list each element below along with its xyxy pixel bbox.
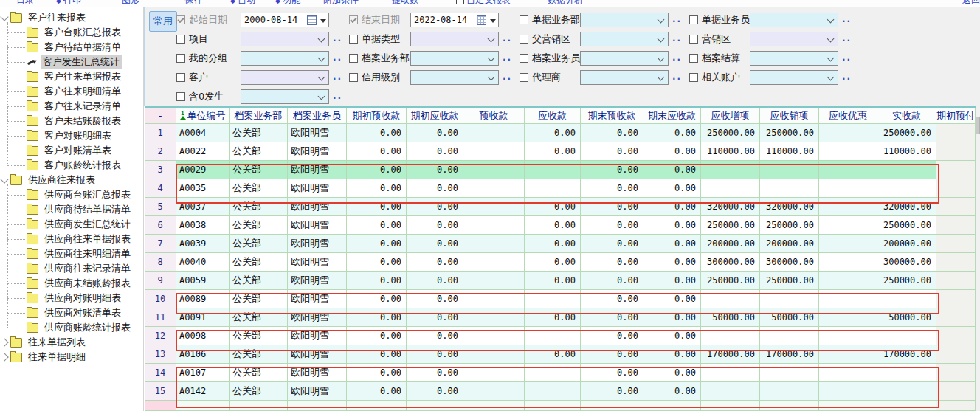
sidebar-item-6[interactable]: 客户往来记录清单 (24, 99, 123, 114)
table-cell[interactable]: 0.00 (407, 272, 463, 289)
table-cell[interactable]: 0.00 (347, 345, 407, 363)
table-cell[interactable]: 欧阳明雪 (288, 382, 347, 400)
chevron-collapsed-icon[interactable] (0, 353, 8, 361)
row-number-cell[interactable]: 8 (145, 253, 176, 271)
table-cell[interactable]: A0091 (176, 308, 230, 326)
table-cell[interactable]: 0.00 (643, 345, 701, 363)
sidebar-item-7[interactable]: 客户未结账龄报表 (24, 114, 123, 128)
table-cell[interactable]: 0.00 (581, 253, 643, 271)
filter-select-13[interactable] (410, 70, 499, 85)
table-cell[interactable] (936, 327, 976, 345)
table-cell[interactable] (936, 290, 976, 308)
table-cell[interactable]: 欧阳明雪 (288, 308, 347, 326)
table-cell[interactable] (760, 327, 819, 345)
filter-checkbox-7[interactable] (689, 35, 698, 44)
table-cell[interactable] (525, 327, 581, 345)
table-cell[interactable] (877, 179, 936, 197)
sidebar-item-23[interactable]: 往来单据明细 (1, 350, 88, 365)
table-cell[interactable]: 0.00 (643, 198, 701, 215)
table-cell[interactable]: 0.00 (407, 179, 463, 197)
table-row-15[interactable]: 15A0142公关部欧阳明雪0.000.000.000.00 (145, 382, 976, 401)
filter-checkbox-4[interactable] (176, 35, 185, 44)
table-cell[interactable]: 0.00 (347, 382, 407, 400)
table-cell[interactable]: 欧阳明雪 (288, 235, 347, 252)
table-cell[interactable]: 0.00 (347, 327, 407, 345)
scrollbar-thumb[interactable] (976, 117, 980, 134)
filter-checkbox-6[interactable] (520, 35, 528, 44)
table-row-9[interactable]: 9A0059公关部欧阳明雪0.000.000.000.000.00250000.… (145, 272, 976, 290)
table-cell[interactable]: 0.00 (347, 161, 407, 179)
table-cell[interactable] (463, 308, 525, 326)
table-cell[interactable]: 250000.00 (701, 216, 760, 234)
table-cell[interactable]: A0022 (176, 142, 230, 160)
column-header-5[interactable]: 期初应收款 (407, 108, 463, 123)
table-cell[interactable]: 200000.00 (760, 235, 819, 252)
sidebar-item-15[interactable]: 供应商往来单据报表 (24, 232, 133, 246)
table-cell[interactable] (463, 142, 525, 160)
filter-checkbox-14[interactable] (520, 73, 528, 82)
table-cell[interactable] (819, 382, 877, 400)
table-cell[interactable]: 欧阳明雪 (288, 253, 347, 271)
ellipsis-button-10[interactable]: .. (672, 52, 682, 63)
table-cell[interactable] (819, 345, 877, 363)
sidebar-item-2[interactable]: 客户待结单据清单 (24, 40, 123, 55)
filter-select-16[interactable] (241, 89, 329, 104)
table-cell[interactable]: 0.00 (643, 364, 701, 381)
table-cell[interactable]: A0089 (176, 290, 230, 308)
table-cell[interactable]: A0107 (176, 364, 230, 381)
table-row-13[interactable]: 13A0106公关部欧阳明雪0.000.000.000.000.00170000… (145, 345, 976, 364)
table-cell[interactable]: 0.00 (581, 142, 643, 160)
chevron-expanded-icon[interactable] (0, 13, 8, 21)
table-row-1[interactable]: 1A0004公关部欧阳明雪0.000.000.000.000.00250000.… (145, 124, 976, 142)
table-cell[interactable]: 0.00 (347, 124, 407, 142)
column-header-11[interactable]: 应收销项 (760, 108, 819, 123)
table-cell[interactable]: 0.00 (407, 161, 463, 179)
chevron-expanded-icon[interactable] (0, 175, 8, 183)
sidebar-item-21[interactable]: 供应商账龄统计报表 (24, 320, 133, 335)
table-cell[interactable] (819, 216, 877, 234)
table-cell[interactable]: 公关部 (230, 327, 288, 345)
filter-select-11[interactable] (750, 51, 838, 66)
table-cell[interactable] (760, 364, 819, 381)
table-cell[interactable] (936, 198, 976, 215)
table-cell[interactable] (936, 124, 976, 142)
filter-select-6[interactable] (580, 32, 669, 46)
table-cell[interactable]: A0098 (176, 327, 230, 345)
row-number-cell[interactable]: 1 (145, 124, 176, 142)
table-cell[interactable]: 0.00 (347, 290, 407, 308)
table-cell[interactable]: 欧阳明雪 (288, 290, 347, 308)
column-header-6[interactable]: 预收款 (463, 108, 525, 123)
table-cell[interactable] (701, 290, 760, 308)
filter-checkbox-16[interactable] (176, 92, 185, 101)
filter-checkbox-10[interactable] (520, 54, 528, 63)
table-row-8[interactable]: 8A0040公关部欧阳明雪0.000.000.000.000.00300000.… (145, 253, 976, 272)
column-header-2[interactable]: 档案业务部 (230, 108, 288, 123)
ellipsis-button-5[interactable]: .. (503, 33, 512, 44)
ellipsis-button-9[interactable]: .. (503, 52, 512, 63)
table-cell[interactable]: 0.00 (581, 235, 643, 252)
sidebar-item-3[interactable]: 客户发生汇总统计 (24, 55, 122, 69)
ellipsis-button-14[interactable]: .. (672, 72, 682, 82)
menu-item-6[interactable]: 附加条件 (323, 0, 359, 7)
table-cell[interactable]: 250000.00 (701, 124, 760, 142)
sidebar-item-1[interactable]: 客户台账汇总报表 (24, 25, 123, 40)
table-cell[interactable] (760, 179, 819, 197)
filter-checkbox-2[interactable] (520, 15, 528, 24)
table-cell[interactable]: 110000.00 (877, 142, 936, 160)
row-number-cell[interactable]: 14 (145, 364, 176, 381)
table-cell[interactable]: A0037 (176, 198, 230, 215)
table-cell[interactable] (701, 327, 760, 345)
table-cell[interactable]: 320000.00 (760, 198, 819, 215)
table-cell[interactable]: 0.00 (407, 235, 463, 252)
table-cell[interactable]: 0.00 (347, 179, 407, 197)
table-cell[interactable] (463, 327, 525, 345)
filter-select-5[interactable] (410, 32, 499, 46)
column-header-9[interactable]: 期末应收款 (643, 108, 701, 123)
menu-item-0[interactable]: 目录 (16, 0, 34, 7)
menu-checkbox[interactable] (456, 0, 464, 4)
table-cell[interactable]: 0.00 (407, 327, 463, 345)
table-cell[interactable]: 0.00 (525, 124, 581, 142)
table-cell[interactable]: A0029 (176, 161, 230, 179)
sidebar-item-19[interactable]: 供应商对账明细表 (24, 291, 123, 305)
column-header-1[interactable]: 1单位编号 (176, 108, 230, 123)
